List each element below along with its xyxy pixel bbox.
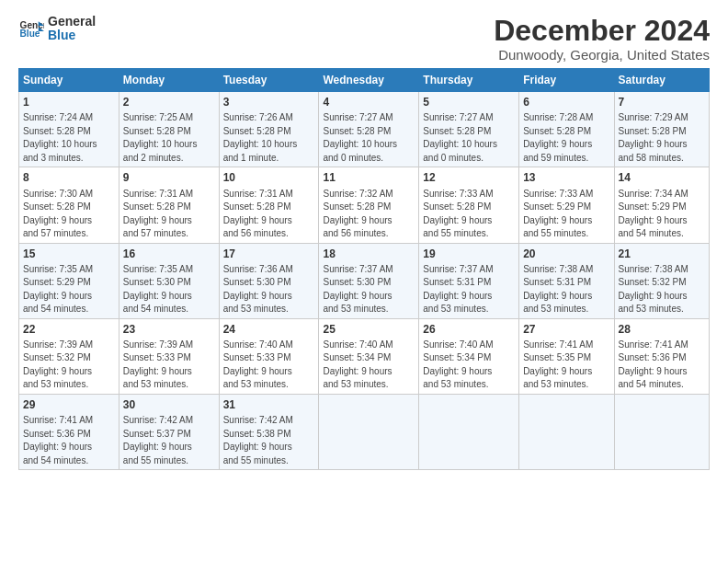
cell-3-4: 18Sunrise: 7:37 AM Sunset: 5:30 PM Dayli…	[319, 243, 419, 318]
cell-4-3: 24Sunrise: 7:40 AM Sunset: 5:33 PM Dayli…	[219, 318, 319, 394]
cell-2-7: 14Sunrise: 7:34 AM Sunset: 5:29 PM Dayli…	[614, 167, 709, 243]
cell-3-7: 21Sunrise: 7:38 AM Sunset: 5:32 PM Dayli…	[614, 243, 709, 318]
day-info: Sunrise: 7:42 AM Sunset: 5:37 PM Dayligh…	[123, 415, 193, 465]
day-info: Sunrise: 7:31 AM Sunset: 5:28 PM Dayligh…	[223, 189, 293, 239]
cell-1-3: 3Sunrise: 7:26 AM Sunset: 5:28 PM Daylig…	[219, 92, 319, 167]
cell-1-6: 6Sunrise: 7:28 AM Sunset: 5:28 PM Daylig…	[519, 92, 614, 167]
day-info: Sunrise: 7:35 AM Sunset: 5:29 PM Dayligh…	[23, 264, 93, 315]
logo-blue: Blue	[48, 29, 96, 42]
day-number: 6	[523, 95, 609, 109]
subtitle: Dunwoody, Georgia, United States	[494, 47, 710, 63]
cell-2-4: 11Sunrise: 7:32 AM Sunset: 5:28 PM Dayli…	[319, 167, 419, 243]
week-row-3: 15Sunrise: 7:35 AM Sunset: 5:29 PM Dayli…	[19, 243, 710, 318]
day-number: 29	[23, 397, 115, 412]
day-number: 12	[423, 170, 515, 185]
col-header-thursday: Thursday	[419, 69, 519, 92]
day-info: Sunrise: 7:37 AM Sunset: 5:30 PM Dayligh…	[323, 264, 392, 315]
col-header-tuesday: Tuesday	[219, 69, 319, 92]
cell-4-2: 23Sunrise: 7:39 AM Sunset: 5:33 PM Dayli…	[119, 318, 219, 394]
cell-1-5: 5Sunrise: 7:27 AM Sunset: 5:28 PM Daylig…	[419, 92, 519, 167]
day-number: 5	[423, 95, 515, 109]
cell-5-6	[519, 394, 614, 469]
day-number: 13	[523, 170, 609, 185]
cell-2-2: 9Sunrise: 7:31 AM Sunset: 5:28 PM Daylig…	[119, 167, 219, 243]
cell-5-3: 31Sunrise: 7:42 AM Sunset: 5:38 PM Dayli…	[219, 394, 319, 469]
day-info: Sunrise: 7:32 AM Sunset: 5:28 PM Dayligh…	[323, 189, 392, 239]
cell-4-5: 26Sunrise: 7:40 AM Sunset: 5:34 PM Dayli…	[419, 318, 519, 394]
cell-2-3: 10Sunrise: 7:31 AM Sunset: 5:28 PM Dayli…	[219, 167, 319, 243]
day-number: 23	[123, 322, 215, 337]
day-info: Sunrise: 7:30 AM Sunset: 5:28 PM Dayligh…	[23, 189, 93, 239]
day-info: Sunrise: 7:33 AM Sunset: 5:29 PM Dayligh…	[523, 189, 593, 239]
day-info: Sunrise: 7:25 AM Sunset: 5:28 PM Dayligh…	[123, 112, 198, 163]
cell-3-1: 15Sunrise: 7:35 AM Sunset: 5:29 PM Dayli…	[19, 243, 119, 318]
day-info: Sunrise: 7:40 AM Sunset: 5:33 PM Dayligh…	[223, 339, 293, 390]
day-info: Sunrise: 7:36 AM Sunset: 5:30 PM Dayligh…	[223, 264, 293, 315]
logo-general: General	[48, 15, 96, 29]
cell-2-6: 13Sunrise: 7:33 AM Sunset: 5:29 PM Dayli…	[519, 167, 614, 243]
cell-5-1: 29Sunrise: 7:41 AM Sunset: 5:36 PM Dayli…	[19, 394, 119, 469]
day-info: Sunrise: 7:26 AM Sunset: 5:28 PM Dayligh…	[223, 112, 298, 163]
day-number: 21	[619, 247, 705, 261]
cell-1-2: 2Sunrise: 7:25 AM Sunset: 5:28 PM Daylig…	[119, 92, 219, 167]
day-info: Sunrise: 7:39 AM Sunset: 5:33 PM Dayligh…	[123, 339, 193, 390]
day-number: 10	[223, 170, 315, 185]
day-number: 15	[23, 247, 115, 261]
day-info: Sunrise: 7:41 AM Sunset: 5:36 PM Dayligh…	[619, 339, 688, 390]
day-number: 17	[223, 247, 315, 261]
day-info: Sunrise: 7:40 AM Sunset: 5:34 PM Dayligh…	[423, 339, 493, 390]
header: General Blue General Blue December 2024 …	[18, 15, 710, 63]
cell-5-7	[614, 394, 709, 469]
header-row: SundayMondayTuesdayWednesdayThursdayFrid…	[19, 69, 710, 92]
col-header-friday: Friday	[519, 69, 614, 92]
cell-5-5	[419, 394, 519, 469]
cell-2-1: 8Sunrise: 7:30 AM Sunset: 5:28 PM Daylig…	[19, 167, 119, 243]
day-number: 19	[423, 247, 515, 261]
cell-4-4: 25Sunrise: 7:40 AM Sunset: 5:34 PM Dayli…	[319, 318, 419, 394]
day-number: 28	[619, 322, 705, 337]
calendar-table: SundayMondayTuesdayWednesdayThursdayFrid…	[18, 68, 710, 470]
cell-1-7: 7Sunrise: 7:29 AM Sunset: 5:28 PM Daylig…	[614, 92, 709, 167]
col-header-monday: Monday	[119, 69, 219, 92]
cell-3-2: 16Sunrise: 7:35 AM Sunset: 5:30 PM Dayli…	[119, 243, 219, 318]
col-header-wednesday: Wednesday	[319, 69, 419, 92]
day-number: 31	[223, 397, 315, 412]
day-info: Sunrise: 7:40 AM Sunset: 5:34 PM Dayligh…	[323, 339, 392, 390]
day-number: 4	[323, 95, 415, 109]
logo-icon: General Blue	[18, 16, 44, 41]
day-info: Sunrise: 7:27 AM Sunset: 5:28 PM Dayligh…	[323, 112, 397, 163]
cell-3-6: 20Sunrise: 7:38 AM Sunset: 5:31 PM Dayli…	[519, 243, 614, 318]
week-row-2: 8Sunrise: 7:30 AM Sunset: 5:28 PM Daylig…	[19, 167, 710, 243]
col-header-sunday: Sunday	[19, 69, 119, 92]
day-info: Sunrise: 7:34 AM Sunset: 5:29 PM Dayligh…	[619, 189, 688, 239]
cell-4-7: 28Sunrise: 7:41 AM Sunset: 5:36 PM Dayli…	[614, 318, 709, 394]
day-number: 30	[123, 397, 215, 412]
day-info: Sunrise: 7:38 AM Sunset: 5:32 PM Dayligh…	[619, 264, 688, 315]
cell-5-4	[319, 394, 419, 469]
day-number: 11	[323, 170, 415, 185]
day-info: Sunrise: 7:31 AM Sunset: 5:28 PM Dayligh…	[123, 189, 193, 239]
day-info: Sunrise: 7:28 AM Sunset: 5:28 PM Dayligh…	[523, 112, 593, 163]
cell-2-5: 12Sunrise: 7:33 AM Sunset: 5:28 PM Dayli…	[419, 167, 519, 243]
day-info: Sunrise: 7:27 AM Sunset: 5:28 PM Dayligh…	[423, 112, 497, 163]
day-info: Sunrise: 7:41 AM Sunset: 5:36 PM Dayligh…	[23, 415, 93, 465]
day-number: 3	[223, 95, 315, 109]
day-number: 14	[619, 170, 705, 185]
day-number: 9	[123, 170, 215, 185]
day-number: 1	[23, 95, 115, 109]
day-number: 26	[423, 322, 515, 337]
day-number: 18	[323, 247, 415, 261]
week-row-4: 22Sunrise: 7:39 AM Sunset: 5:32 PM Dayli…	[19, 318, 710, 394]
cell-1-1: 1Sunrise: 7:24 AM Sunset: 5:28 PM Daylig…	[19, 92, 119, 167]
day-number: 24	[223, 322, 315, 337]
svg-text:Blue: Blue	[20, 29, 40, 40]
day-info: Sunrise: 7:29 AM Sunset: 5:28 PM Dayligh…	[619, 112, 688, 163]
week-row-1: 1Sunrise: 7:24 AM Sunset: 5:28 PM Daylig…	[19, 92, 710, 167]
main-title: December 2024	[494, 15, 710, 47]
cell-5-2: 30Sunrise: 7:42 AM Sunset: 5:37 PM Dayli…	[119, 394, 219, 469]
week-row-5: 29Sunrise: 7:41 AM Sunset: 5:36 PM Dayli…	[19, 394, 710, 469]
col-header-saturday: Saturday	[614, 69, 709, 92]
cell-1-4: 4Sunrise: 7:27 AM Sunset: 5:28 PM Daylig…	[319, 92, 419, 167]
day-info: Sunrise: 7:39 AM Sunset: 5:32 PM Dayligh…	[23, 339, 93, 390]
title-area: December 2024 Dunwoody, Georgia, United …	[494, 15, 710, 63]
